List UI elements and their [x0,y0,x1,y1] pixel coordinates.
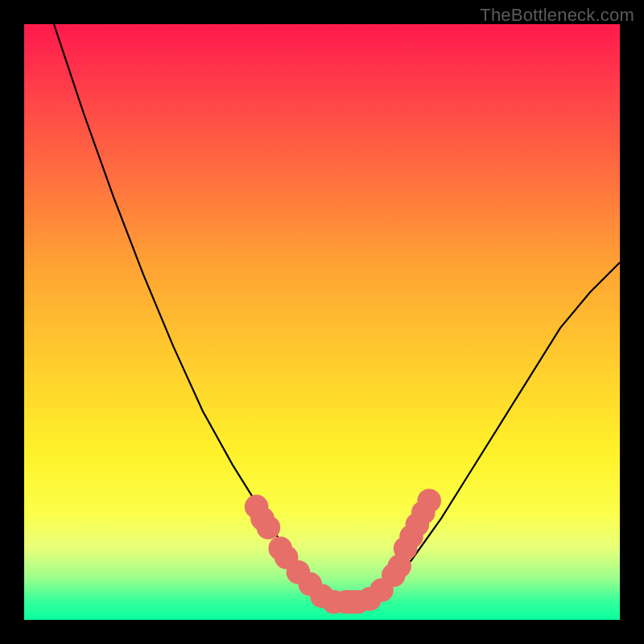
bottleneck-curve-chart [24,24,620,620]
chart-area [24,24,620,620]
watermark-label: TheBottleneck.com [480,5,634,26]
highlight-dot [257,516,281,540]
highlight-markers [245,489,441,613]
highlight-dot [417,489,441,513]
curve-line [54,24,620,602]
